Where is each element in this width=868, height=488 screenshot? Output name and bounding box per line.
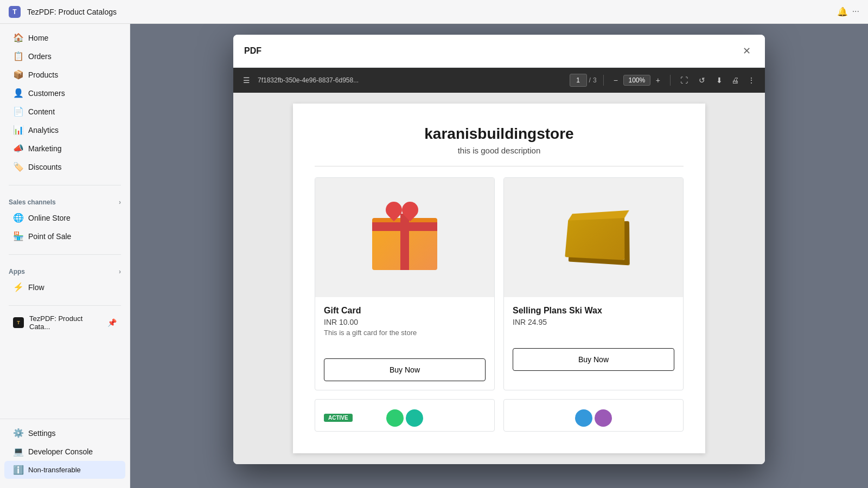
sidebar-label-developer-console: Developer Console — [28, 447, 117, 456]
sidebar-label-settings: Settings — [28, 429, 117, 438]
download-icon: ⬇ — [716, 76, 723, 85]
sidebar-item-marketing[interactable]: 📣 Marketing — [4, 139, 125, 157]
settings-icon: ⚙️ — [13, 428, 23, 438]
main-layout: 🏠 Home 📋 Orders 📦 Products 👤 Customers 📄… — [0, 24, 868, 488]
product-desc-gift-card: This is a gift card for the store — [324, 329, 486, 337]
notification-icon[interactable]: 🔔 — [837, 7, 848, 17]
more-icon[interactable]: ··· — [852, 7, 859, 17]
pdf-modal-close-button[interactable]: ✕ — [739, 43, 754, 59]
product-image-gift-card — [315, 178, 494, 297]
top-bar-title: TezPDF: Product Catalogs — [27, 8, 831, 16]
sidebar-item-flow[interactable]: ⚡ Flow — [4, 278, 125, 296]
non-transferable-label: Non-transferable — [28, 466, 117, 474]
pdf-page-input[interactable] — [570, 74, 587, 87]
sidebar-divider-3 — [9, 305, 121, 306]
pdf-toolbar: ☰ 7f1832fb-350e-4e96-8837-6d958... / 3 −… — [233, 68, 765, 93]
installed-app-item[interactable]: T TezPDF: Product Cata... 📌 — [4, 311, 125, 335]
partial-products-row: ACTIVE — [315, 399, 684, 432]
sales-channels-chevron: › — [119, 198, 121, 206]
content-icon: 📄 — [13, 106, 23, 117]
online-store-icon: 🌐 — [13, 213, 23, 223]
sidebar-item-analytics[interactable]: 📊 Analytics — [4, 121, 125, 139]
sidebar-label-marketing: Marketing — [28, 144, 117, 153]
pdf-download-button[interactable]: ⬇ — [713, 74, 726, 87]
top-bar: T TezPDF: Product Catalogs 🔔 ··· — [0, 0, 868, 24]
print-icon: 🖨 — [731, 76, 739, 85]
product-card-ski-wax: Selling Plans Ski Wax INR 24.95 Buy Now — [503, 177, 684, 390]
pdf-zoom-controls: − 100% + — [610, 74, 663, 87]
buy-now-button-ski-wax[interactable]: Buy Now — [513, 348, 674, 371]
apps-chevron: › — [119, 268, 121, 275]
home-icon: 🏠 — [13, 33, 23, 43]
product-info-gift-card: Gift Card INR 10.00 This is a gift card … — [315, 297, 494, 390]
fit-icon: ⛶ — [680, 76, 688, 85]
sidebar-item-settings[interactable]: ⚙️ Settings — [4, 424, 125, 442]
product-name-gift-card: Gift Card — [324, 306, 486, 316]
sidebar: 🏠 Home 📋 Orders 📦 Products 👤 Customers 📄… — [0, 24, 130, 488]
pdf-menu-button[interactable]: ☰ — [240, 74, 253, 87]
pdf-modal: PDF ✕ ☰ 7f1832fb-350e-4e96-8837-6d958...… — [233, 35, 765, 464]
content-area: PDF ✕ ☰ 7f1832fb-350e-4e96-8837-6d958...… — [130, 24, 868, 488]
sidebar-item-home[interactable]: 🏠 Home — [4, 29, 125, 47]
sidebar-item-content[interactable]: 📄 Content — [4, 102, 125, 120]
pdf-rotate-button[interactable]: ↺ — [695, 74, 709, 87]
sidebar-section-apps: Apps › — [0, 264, 130, 278]
pdf-modal-header: PDF ✕ — [233, 35, 765, 68]
sidebar-main-nav: 🏠 Home 📋 Orders 📦 Products 👤 Customers 📄… — [0, 24, 130, 181]
sidebar-item-discounts[interactable]: 🏷️ Discounts — [4, 158, 125, 176]
product-price-gift-card: INR 10.00 — [324, 318, 486, 326]
sidebar-item-point-of-sale[interactable]: 🏪 Point of Sale — [4, 227, 125, 245]
product-image-ski-wax — [504, 178, 683, 297]
store-header: karanisbuildingstore this is good descri… — [315, 125, 684, 166]
flow-icon: ⚡ — [13, 282, 23, 292]
sidebar-item-online-store[interactable]: 🌐 Online Store — [4, 209, 125, 227]
sidebar-label-discounts: Discounts — [28, 163, 117, 171]
pdf-fit-button[interactable]: ⛶ — [677, 74, 691, 87]
sidebar-divider-1 — [9, 185, 121, 185]
sidebar-label-customers: Customers — [28, 89, 117, 98]
sidebar-label-orders: Orders — [28, 52, 117, 61]
sidebar-apps: Apps › ⚡ Flow — [0, 259, 130, 301]
sidebar-divider-2 — [9, 254, 121, 255]
product-info-ski-wax: Selling Plans Ski Wax INR 24.95 Buy Now — [504, 297, 683, 380]
pdf-toolbar-divider-2 — [670, 75, 671, 86]
store-description: this is good description — [315, 146, 684, 155]
pdf-print-button[interactable]: 🖨 — [728, 74, 742, 87]
pdf-page-separator: / — [589, 76, 591, 84]
marketing-icon: 📣 — [13, 143, 23, 153]
non-transferable-item[interactable]: ℹ️ Non-transferable — [4, 461, 125, 479]
pdf-zoom-in-button[interactable]: + — [653, 74, 663, 87]
more-options-icon: ⋮ — [748, 76, 755, 85]
sidebar-label-content: Content — [28, 107, 117, 116]
partial-card-right — [503, 399, 684, 432]
avatar-green-2 — [406, 409, 423, 427]
customers-icon: 👤 — [13, 88, 23, 98]
product-price-ski-wax: INR 24.95 — [513, 318, 674, 326]
top-bar-icons: 🔔 ··· — [837, 7, 859, 17]
products-icon: 📦 — [13, 69, 23, 80]
modal-overlay: PDF ✕ ☰ 7f1832fb-350e-4e96-8837-6d958...… — [233, 35, 765, 464]
product-card-gift-card: Gift Card INR 10.00 This is a gift card … — [315, 177, 495, 390]
pdf-more-options-button[interactable]: ⋮ — [744, 74, 758, 87]
sidebar-item-developer-console[interactable]: 💻 Developer Console — [4, 442, 125, 460]
pdf-filename: 7f1832fb-350e-4e96-8837-6d958... — [258, 76, 565, 84]
analytics-icon: 📊 — [13, 125, 23, 135]
buy-now-button-gift-card[interactable]: Buy Now — [324, 358, 486, 381]
tezpdf-icon: T — [13, 317, 24, 328]
sidebar-section-sales-channels: Sales channels › — [0, 194, 130, 208]
wax-block — [565, 217, 624, 260]
sidebar-item-customers[interactable]: 👤 Customers — [4, 84, 125, 102]
store-name: karanisbuildingstore — [315, 125, 684, 143]
app-icon: T — [9, 6, 21, 18]
products-grid: Gift Card INR 10.00 This is a gift card … — [315, 177, 684, 390]
pdf-content: karanisbuildingstore this is good descri… — [233, 93, 765, 464]
sidebar-label-flow: Flow — [28, 283, 117, 292]
gift-card-visual — [367, 205, 443, 270]
sidebar-item-products[interactable]: 📦 Products — [4, 66, 125, 84]
pdf-toolbar-divider-1 — [603, 75, 604, 86]
menu-icon: ☰ — [243, 76, 250, 85]
info-icon: ℹ️ — [13, 465, 23, 475]
pdf-zoom-out-button[interactable]: − — [610, 74, 621, 87]
sidebar-item-orders[interactable]: 📋 Orders — [4, 47, 125, 65]
sidebar-label-home: Home — [28, 34, 117, 42]
